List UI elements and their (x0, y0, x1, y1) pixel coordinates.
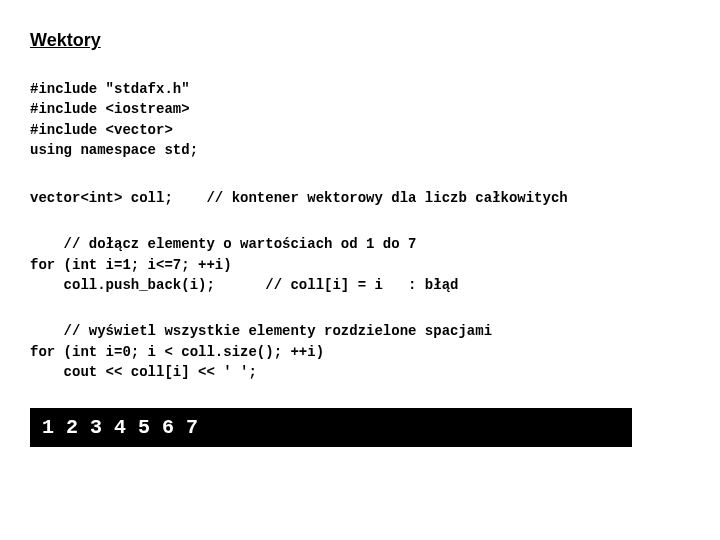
loop-block-append: // dołącz elementy o wartościach od 1 do… (30, 234, 690, 295)
program-output: 1 2 3 4 5 6 7 (30, 408, 632, 447)
includes-block: #include "stdafx.h" #include <iostream> … (30, 79, 690, 160)
include-line: #include <iostream> (30, 101, 190, 117)
comment-line: // dołącz elementy o wartościach od 1 do… (30, 236, 416, 252)
include-line: #include <vector> (30, 122, 173, 138)
comment-line: // wyświetl wszystkie elementy rozdzielo… (30, 323, 492, 339)
body-line: coll.push_back(i); // coll[i] = i : błąd (30, 277, 458, 293)
page-title: Wektory (30, 30, 690, 51)
using-line: using namespace std; (30, 142, 198, 158)
loop-block-print: // wyświetl wszystkie elementy rozdzielo… (30, 321, 690, 382)
include-line: #include "stdafx.h" (30, 81, 190, 97)
body-line: cout << coll[i] << ' '; (30, 364, 257, 380)
declaration-line: vector<int> coll; // kontener wektorowy … (30, 188, 690, 208)
for-line: for (int i=0; i < coll.size(); ++i) (30, 344, 324, 360)
for-line: for (int i=1; i<=7; ++i) (30, 257, 232, 273)
